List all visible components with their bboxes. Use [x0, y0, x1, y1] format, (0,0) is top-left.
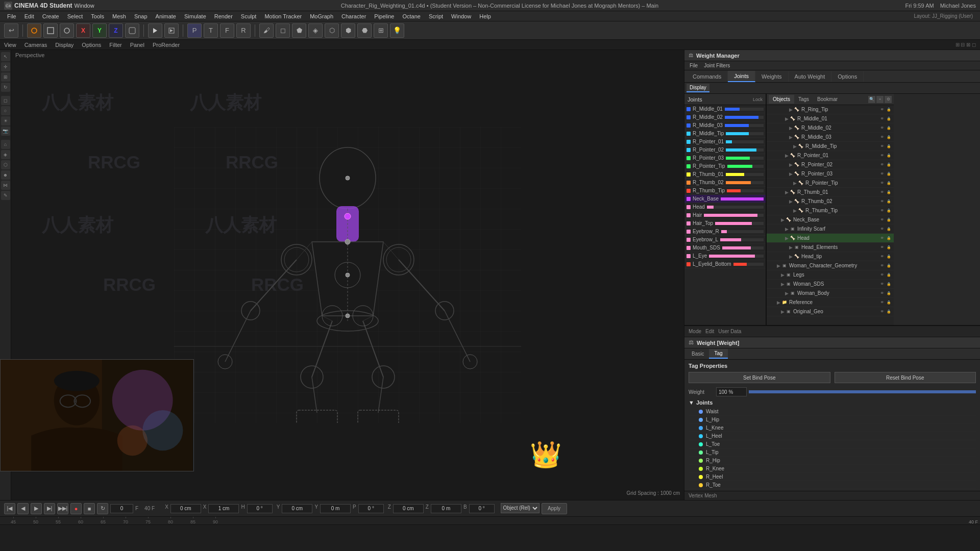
tree-item-r-pointer-03[interactable]: ▶ 🦴 R_Pointer_03 👁 🔒 — [767, 169, 894, 179]
tree-expand-arrow[interactable]: ▶ — [785, 116, 789, 121]
sidebar-move[interactable]: ✛ — [1, 62, 10, 71]
wm-tab-auto-weight[interactable]: Auto Weight — [789, 71, 832, 82]
tree-action-lock[interactable]: 🔒 — [886, 125, 892, 131]
ot-search-icon[interactable]: 🔍 — [868, 96, 875, 103]
tree-action-lock[interactable]: 🔒 — [886, 272, 892, 278]
wm-tab-joints[interactable]: Joints — [728, 71, 755, 82]
menu-render[interactable]: Render — [210, 12, 237, 20]
joint-prop-r-knee[interactable]: R_Knee — [689, 465, 976, 473]
bb-mode[interactable]: Mode — [689, 329, 701, 334]
timeline-play-btn[interactable]: ▶ — [31, 503, 42, 514]
toolbar-paint[interactable]: 🖌 — [259, 23, 274, 38]
toolbar-light[interactable]: 💡 — [390, 23, 404, 38]
joint-prop-l-tip[interactable]: L_Tip — [689, 448, 976, 457]
joint-prop-l-toe[interactable]: L_Toe — [689, 440, 976, 448]
viewport-nav-display[interactable]: Display — [55, 42, 74, 48]
tree-expand-arrow[interactable]: ▶ — [785, 227, 789, 232]
joint-item-r-thumb-02[interactable]: R_Thumb_02 — [684, 179, 766, 187]
ot-tab-bookmark[interactable]: Bookmar — [813, 95, 842, 104]
viewport-nav-panel[interactable]: Panel — [130, 42, 144, 48]
tree-action-lock[interactable]: 🔒 — [886, 171, 892, 177]
tree-action-eye[interactable]: 👁 — [879, 244, 885, 251]
menu-script[interactable]: Script — [425, 12, 447, 20]
joint-item-r-middle-02[interactable]: R_Middle_02 — [684, 113, 766, 121]
ot-settings-icon[interactable]: ⚙ — [885, 96, 892, 103]
menu-mograph[interactable]: MoGraph — [306, 12, 337, 20]
tree-action-eye[interactable]: 👁 — [879, 189, 885, 195]
tree-action-eye[interactable]: 👁 — [879, 143, 885, 149]
tree-action-lock[interactable]: 🔒 — [886, 226, 892, 232]
toolbar-undo[interactable]: ↩ — [4, 23, 18, 38]
tree-action-lock[interactable]: 🔒 — [886, 290, 892, 296]
toolbar-select2[interactable]: ⬢ — [341, 23, 355, 38]
wm-menu-joint-filters[interactable]: Joint Filters — [701, 62, 733, 69]
tree-item-woman-sds[interactable]: ▶ ▣ Woman_SDS 👁 🔒 — [767, 280, 894, 289]
joint-prop-l-hip[interactable]: L_Hip — [689, 416, 976, 424]
joint-prop-l-knee[interactable]: L_Knee — [689, 424, 976, 432]
tree-item-r-pointer-01[interactable]: ▶ 🦴 R_Pointer_01 👁 🔒 — [767, 151, 894, 160]
joint-item-r-thumb-tip[interactable]: R_Thumb_Tip — [684, 187, 766, 195]
tree-action-lock[interactable]: 🔒 — [886, 217, 892, 223]
tree-action-lock[interactable]: 🔒 — [886, 134, 892, 140]
timeline-track[interactable] — [0, 525, 980, 551]
tree-action-eye[interactable]: 👁 — [879, 290, 885, 296]
menu-snap[interactable]: Snap — [130, 12, 152, 20]
tree-item-original-geo[interactable]: ▶ ▣ Original_Geo 👁 🔒 — [767, 307, 894, 316]
menu-file[interactable]: File — [3, 12, 20, 20]
tree-expand-arrow[interactable]: ▶ — [789, 171, 793, 177]
tree-expand-arrow[interactable]: ▶ — [793, 144, 797, 149]
display-tab[interactable]: Display — [687, 84, 709, 92]
sidebar-char[interactable]: ☻ — [1, 170, 10, 180]
y-rot-input[interactable] — [320, 504, 351, 513]
toolbar-world[interactable] — [125, 23, 139, 38]
ot-add-icon[interactable]: + — [876, 96, 884, 103]
tree-expand-arrow[interactable]: ▶ — [777, 263, 780, 268]
joints-arrow[interactable]: ▼ — [689, 399, 694, 406]
bb-user-data[interactable]: User Data — [718, 329, 741, 334]
tree-action-lock[interactable]: 🔒 — [886, 299, 892, 306]
joint-item-l-eyelid-bottom[interactable]: L_Eyelid_Bottom — [684, 260, 766, 268]
tree-expand-arrow[interactable]: ▶ — [785, 236, 789, 241]
toolbar-x[interactable]: X — [76, 23, 90, 38]
tree-action-eye[interactable]: 👁 — [879, 208, 885, 214]
viewport-nav-filter[interactable]: Filter — [109, 42, 121, 48]
joint-item-mouth-sds[interactable]: Mouth_SDS — [684, 244, 766, 252]
joint-item-r-pointer-tip[interactable]: R_Pointer_Tip — [684, 162, 766, 170]
toolbar-select3[interactable]: ⬣ — [357, 23, 372, 38]
tree-action-eye[interactable]: 👁 — [879, 180, 885, 186]
joint-item-hair[interactable]: Hair — [684, 211, 766, 219]
timeline-stop-btn[interactable]: ■ — [84, 503, 95, 514]
tree-item-r-middle-02[interactable]: ▶ 🦴 R_Middle_02 👁 🔒 — [767, 123, 894, 133]
tree-action-eye[interactable]: 👁 — [879, 254, 885, 260]
joint-item-eyebrow-l[interactable]: Eyebrow_L — [684, 236, 766, 244]
tree-expand-arrow[interactable]: ▶ — [789, 107, 793, 112]
tree-item-woman-character-geometry[interactable]: ▶ ▣ Woman_Character_Geometry 👁 🔒 — [767, 261, 894, 270]
menu-mesh[interactable]: Mesh — [108, 12, 130, 20]
toolbar-y[interactable]: Y — [92, 23, 107, 38]
toolbar-erase[interactable]: ◻ — [276, 23, 290, 38]
sidebar-mograph[interactable]: ⬡ — [1, 160, 10, 169]
joint-item-neck-base[interactable]: Neck_Base — [684, 195, 766, 203]
wm-tab-options[interactable]: Options — [831, 71, 864, 82]
tree-action-lock[interactable]: 🔒 — [886, 107, 892, 113]
tree-item-r-pointer-02[interactable]: ▶ 🦴 R_Pointer_02 👁 🔒 — [767, 160, 894, 169]
tree-action-lock[interactable]: 🔒 — [886, 189, 892, 195]
menu-simulate[interactable]: Simulate — [180, 12, 210, 20]
tree-item-woman-body[interactable]: ▶ ▣ Woman_Body 👁 🔒 — [767, 289, 894, 298]
menu-motion-tracker[interactable]: Motion Tracker — [260, 12, 306, 20]
tree-action-eye[interactable]: 👁 — [879, 309, 885, 315]
tree-item-r-pointer-tip[interactable]: ▶ 🦴 R_Pointer_Tip 👁 🔒 — [767, 179, 894, 188]
joint-item-r-middle-01[interactable]: R_Middle_01 — [684, 105, 766, 113]
sidebar-camera[interactable]: 📷 — [1, 127, 10, 136]
x-rot-input[interactable] — [208, 504, 239, 513]
menu-animate[interactable]: Animate — [152, 12, 180, 20]
sidebar-pointer[interactable]: ↖ — [1, 52, 10, 61]
menu-select[interactable]: Select — [63, 12, 87, 20]
apply-button[interactable]: Apply — [542, 503, 567, 514]
menu-help[interactable]: Help — [475, 12, 495, 20]
tree-action-lock[interactable]: 🔒 — [886, 116, 892, 122]
tree-action-eye[interactable]: 👁 — [879, 107, 885, 113]
x-pos-input[interactable] — [170, 504, 201, 513]
joint-item-eyebrow-r[interactable]: Eyebrow_R — [684, 228, 766, 236]
menu-pipeline[interactable]: Pipeline — [370, 12, 398, 20]
